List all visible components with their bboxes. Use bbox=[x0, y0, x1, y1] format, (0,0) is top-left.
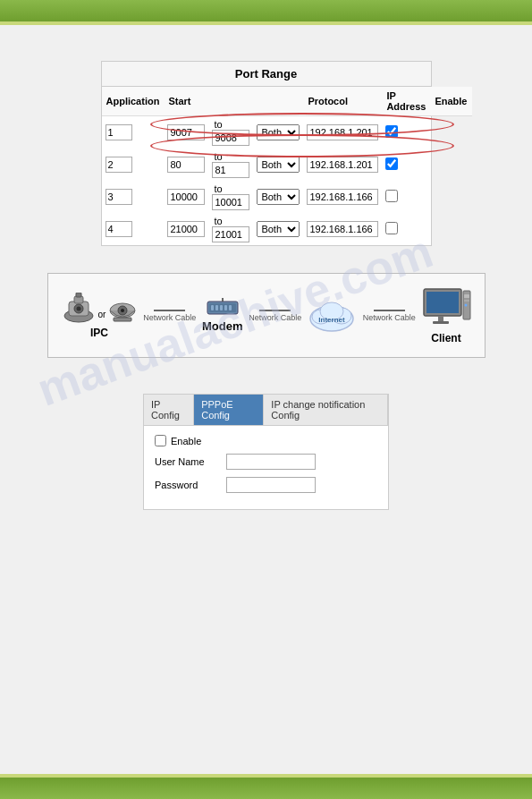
ip-cell bbox=[303, 181, 382, 213]
internet-cloud-icon: Internet bbox=[308, 299, 357, 333]
port-range-section: Port Range Application Start End Protoco… bbox=[45, 61, 487, 246]
to-text: to bbox=[214, 216, 222, 226]
app-input[interactable] bbox=[106, 157, 132, 173]
start-input[interactable] bbox=[167, 157, 205, 173]
svg-rect-13 bbox=[215, 305, 218, 310]
ip-input[interactable] bbox=[307, 157, 378, 173]
bottom-bar bbox=[0, 774, 532, 799]
to-text: to bbox=[214, 119, 222, 130]
config-section: IP ConfigPPPoE ConfigIP change notificat… bbox=[143, 394, 389, 510]
enable-checkbox[interactable] bbox=[385, 222, 398, 234]
app-input[interactable] bbox=[106, 221, 132, 237]
ip-input[interactable] bbox=[307, 124, 378, 140]
end-cell: to bbox=[208, 181, 253, 213]
protocol-cell: BothTCPUDP bbox=[253, 149, 303, 181]
ip-input[interactable] bbox=[307, 221, 378, 237]
config-tab[interactable]: IP change notification Config bbox=[264, 395, 388, 425]
port-range-container: Port Range Application Start End Protoco… bbox=[101, 61, 432, 246]
to-text: to bbox=[214, 183, 222, 194]
end-input[interactable] bbox=[212, 130, 249, 146]
enable-cell bbox=[382, 213, 430, 245]
ip-input[interactable] bbox=[307, 189, 378, 205]
end-cell: to bbox=[208, 116, 253, 149]
switch-section: Modem bbox=[202, 298, 243, 333]
cable3: Network Cable bbox=[363, 310, 416, 322]
start-cell bbox=[164, 149, 208, 181]
end-cell: to bbox=[208, 213, 253, 245]
end-input[interactable] bbox=[212, 162, 249, 178]
app-cell bbox=[102, 213, 165, 245]
password-input[interactable] bbox=[226, 477, 316, 493]
network-diagram: or IPC Network Cable bbox=[47, 273, 486, 358]
enable-checkbox[interactable] bbox=[385, 125, 398, 138]
enable-cell bbox=[382, 149, 430, 181]
enable-cell bbox=[382, 181, 430, 213]
end-input[interactable] bbox=[212, 194, 249, 210]
password-label: Password bbox=[155, 480, 226, 490]
ip-cell bbox=[303, 149, 382, 181]
app-input[interactable] bbox=[106, 124, 132, 140]
svg-rect-14 bbox=[220, 305, 223, 310]
table-row: toBothTCPUDP bbox=[102, 213, 472, 245]
app-cell bbox=[102, 149, 165, 181]
port-range-title: Port Range bbox=[102, 62, 431, 87]
ip-cell bbox=[303, 116, 382, 149]
enable-label: Enable bbox=[171, 436, 201, 446]
start-input[interactable] bbox=[167, 189, 205, 205]
svg-rect-16 bbox=[229, 305, 232, 310]
svg-point-8 bbox=[121, 309, 124, 312]
enable-checkbox[interactable] bbox=[385, 190, 398, 202]
username-row: User Name bbox=[155, 454, 377, 470]
config-body: Enable User Name Password bbox=[144, 426, 388, 509]
protocol-select[interactable]: BothTCPUDP bbox=[257, 157, 300, 173]
protocol-select[interactable]: BothTCPUDP bbox=[257, 189, 300, 205]
table-row: toBothTCPUDP bbox=[102, 116, 472, 149]
app-input[interactable] bbox=[106, 189, 132, 205]
col-end bbox=[208, 87, 303, 116]
config-tab[interactable]: IP Config bbox=[144, 395, 194, 425]
client-section: Client bbox=[422, 287, 471, 344]
password-row: Password bbox=[155, 477, 377, 493]
enable-checkbox[interactable] bbox=[385, 157, 398, 170]
protocol-cell: BothTCPUDP bbox=[253, 116, 303, 149]
start-input[interactable] bbox=[167, 124, 205, 140]
start-cell bbox=[164, 213, 208, 245]
end-input[interactable] bbox=[212, 226, 249, 242]
modem-label: Modem bbox=[202, 319, 243, 333]
switch-icon bbox=[207, 298, 239, 318]
col-protocol: Protocol bbox=[303, 87, 382, 116]
svg-point-30 bbox=[464, 303, 467, 306]
ipc-section: or IPC bbox=[62, 293, 138, 339]
cable1: Network Cable bbox=[143, 310, 196, 322]
client-computer-icon bbox=[422, 287, 471, 330]
internet-section: Internet bbox=[308, 299, 357, 333]
dome-camera-icon bbox=[108, 298, 137, 323]
ip-cell bbox=[303, 213, 382, 245]
config-tab[interactable]: PPPoE Config bbox=[194, 395, 264, 425]
svg-point-5 bbox=[76, 306, 80, 310]
col-start: Start bbox=[164, 87, 208, 116]
enable-row: Enable bbox=[155, 435, 377, 446]
username-input[interactable] bbox=[226, 454, 316, 470]
ipc-label: IPC bbox=[90, 327, 108, 339]
col-application: Application bbox=[102, 87, 165, 116]
ptz-camera-icon bbox=[62, 293, 96, 323]
svg-rect-24 bbox=[426, 292, 459, 313]
app-cell bbox=[102, 116, 165, 149]
protocol-select[interactable]: BothTCPUDP bbox=[257, 124, 300, 140]
protocol-cell: BothTCPUDP bbox=[253, 181, 303, 213]
col-enable: Enable bbox=[430, 87, 471, 116]
config-tabs: IP ConfigPPPoE ConfigIP change notificat… bbox=[144, 395, 388, 426]
ipc-icons: or bbox=[62, 293, 138, 323]
svg-rect-15 bbox=[224, 305, 227, 310]
start-cell bbox=[164, 181, 208, 213]
start-input[interactable] bbox=[167, 221, 205, 237]
protocol-select[interactable]: BothTCPUDP bbox=[257, 221, 300, 237]
enable-checkbox[interactable] bbox=[155, 435, 166, 446]
svg-rect-12 bbox=[211, 305, 214, 310]
end-cell: to bbox=[208, 149, 253, 181]
app-cell bbox=[102, 181, 165, 213]
port-range-table: Application Start End Protocol IP Addres… bbox=[102, 87, 472, 245]
svg-rect-9 bbox=[114, 318, 131, 321]
username-label: User Name bbox=[155, 456, 226, 467]
